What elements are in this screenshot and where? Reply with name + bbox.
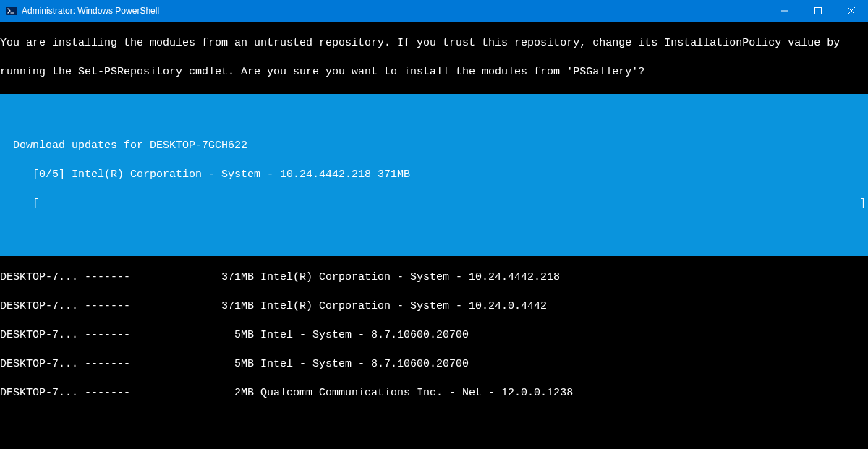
progress-block: Download updates for DESKTOP-7GCH622 [0/… [0, 94, 868, 256]
terminal-output[interactable]: You are installing the modules from an u… [0, 22, 868, 449]
minimize-button[interactable] [768, 0, 801, 22]
window-titlebar: Administrator: Windows PowerShell [0, 0, 868, 22]
progress-bar: [ ] [0, 197, 868, 211]
list-row: DESKTOP-7... ------- 371MB Intel(R) Corp… [0, 270, 868, 285]
powershell-icon [6, 5, 17, 17]
warning-line: You are installing the modules from an u… [0, 36, 868, 51]
maximize-button[interactable] [801, 0, 835, 22]
blank-line [0, 226, 868, 240]
svg-rect-0 [6, 7, 17, 15]
blank-line [0, 444, 868, 449]
close-button[interactable] [835, 0, 868, 22]
list-row: DESKTOP-7... ------- 5MB Intel - System … [0, 328, 868, 343]
progress-title: Download updates for DESKTOP-7GCH622 [0, 139, 868, 153]
list-row: DESKTOP-7... ------- 5MB Intel - System … [0, 357, 868, 372]
list-row: DESKTOP-7... ------- 371MB Intel(R) Corp… [0, 299, 868, 314]
progress-item: [0/5] Intel(R) Corporation - System - 10… [0, 168, 868, 182]
blank-line [0, 110, 868, 124]
warning-line: running the Set-PSRepository cmdlet. Are… [0, 65, 868, 80]
svg-rect-2 [815, 8, 822, 14]
blank-line [0, 415, 868, 429]
list-row: DESKTOP-7... ------- 2MB Qualcomm Commun… [0, 386, 868, 401]
window-title: Administrator: Windows PowerShell [22, 4, 768, 18]
